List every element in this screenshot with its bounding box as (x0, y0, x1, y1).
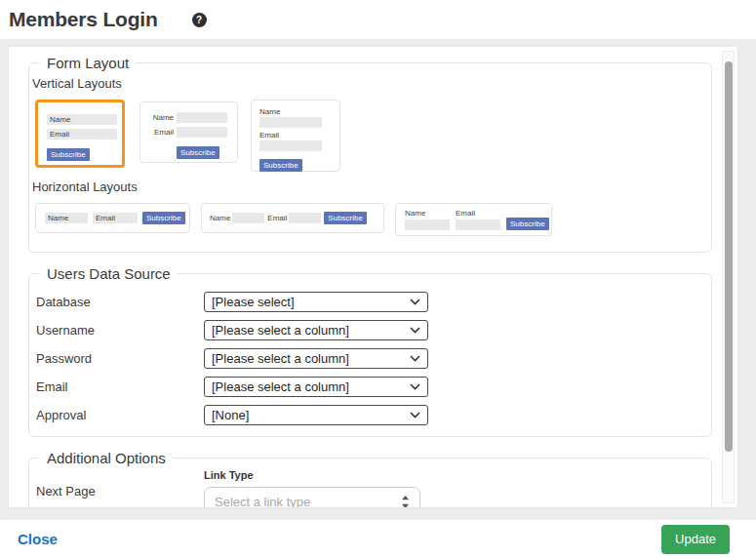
mini-name-field: Name (47, 114, 117, 125)
form-layout-legend: Form Layout (40, 55, 136, 71)
password-select-value: [Please select a column] (212, 351, 349, 366)
mini-email-field (177, 127, 227, 138)
horizontal-layouts-row: Name Email Subscribe Name Email Subscrib… (35, 203, 711, 236)
dialog-body: Form Layout Vertical Layouts Name Email … (0, 39, 756, 520)
mini-email-field: Email (93, 213, 138, 223)
approval-row: Approval [None] (36, 405, 711, 425)
username-label: Username (36, 323, 204, 338)
dialog-header: Members Login ? (0, 0, 756, 39)
update-button[interactable]: Update (661, 525, 730, 554)
database-select-value: [Please select] (212, 295, 295, 309)
next-page-label: Next Page (36, 469, 204, 508)
chevron-down-icon (410, 383, 420, 390)
email-row: Email [Please select a column] (36, 377, 711, 397)
vertical-layouts-label: Vertical Layouts (32, 76, 711, 91)
mini-email-label: Email (259, 131, 339, 140)
additional-options-legend: Additional Options (40, 450, 173, 466)
mini-subscribe-button: Subscribe (142, 212, 185, 224)
username-row: Username [Please select a column] (36, 320, 711, 340)
vertical-layouts-row: Name Email Subscribe Name Email (35, 100, 711, 172)
vertical-layout-option-1[interactable]: Name Email Subscribe (35, 100, 125, 168)
link-type-label: Link Type (204, 469, 420, 481)
database-label: Database (36, 295, 204, 309)
email-label: Email (36, 379, 204, 394)
username-select[interactable]: [Please select a column] (204, 320, 428, 340)
stepper-arrows-icon (401, 496, 410, 508)
mini-name-field (232, 213, 264, 223)
horizontal-layout-option-3[interactable]: Name Email Subscribe (395, 203, 552, 236)
approval-select-value: [None] (212, 408, 249, 422)
mini-email-field (259, 140, 322, 151)
help-icon[interactable]: ? (192, 13, 207, 27)
form-layout-section: Form Layout Vertical Layouts Name Email … (28, 55, 712, 253)
database-select[interactable]: [Please select] (204, 292, 428, 312)
chevron-down-icon (410, 327, 420, 334)
mini-name-label: Name (148, 113, 174, 122)
mini-subscribe-button: Subscribe (506, 218, 549, 230)
approval-select[interactable]: [None] (204, 405, 428, 425)
users-data-source-legend: Users Data Source (40, 265, 178, 282)
username-select-value: [Please select a column] (212, 323, 349, 338)
password-select[interactable]: [Please select a column] (204, 348, 428, 369)
mini-email-field: Email (47, 129, 117, 140)
mini-name-field (177, 112, 227, 123)
link-type-select[interactable]: Select a link type (204, 487, 420, 508)
mini-email-field (289, 213, 321, 223)
vertical-layout-option-3[interactable]: Name Email Subscribe (251, 100, 340, 172)
scrollbar-thumb[interactable] (725, 61, 733, 452)
email-select-value: [Please select a column] (212, 379, 349, 394)
password-label: Password (36, 351, 204, 366)
mini-subscribe-button: Subscribe (177, 146, 219, 159)
email-select[interactable]: [Please select a column] (204, 377, 428, 397)
approval-label: Approval (36, 408, 204, 422)
chevron-down-icon (410, 412, 420, 418)
close-button[interactable]: Close (18, 531, 58, 547)
mini-email-label: Email (456, 209, 500, 218)
mini-name-field (405, 219, 450, 230)
mini-name-label: Name (405, 209, 450, 218)
scrollbar-track[interactable] (722, 51, 735, 503)
mini-subscribe-button: Subscribe (259, 159, 302, 172)
horizontal-layout-option-1[interactable]: Name Email Subscribe (35, 203, 190, 233)
horizontal-layouts-label: Horizontal Layouts (32, 179, 711, 194)
mini-name-field: Name (45, 213, 88, 223)
password-row: Password [Please select a column] (36, 348, 711, 369)
mini-name-field (259, 117, 322, 128)
page-title: Members Login (9, 8, 158, 31)
users-data-source-section: Users Data Source Database [Please selec… (28, 265, 712, 437)
mini-subscribe-button: Subscribe (47, 148, 90, 161)
database-row: Database [Please select] (36, 292, 711, 312)
vertical-layout-option-2[interactable]: Name Email Subscribe (139, 101, 238, 163)
mini-email-field (456, 219, 500, 230)
additional-options-section: Additional Options Next Page Link Type S… (28, 450, 712, 508)
horizontal-layout-option-2[interactable]: Name Email Subscribe (201, 203, 384, 233)
dialog-footer: Close Update (0, 520, 756, 558)
chevron-down-icon (410, 355, 420, 362)
mini-email-label: Email (148, 128, 174, 137)
mini-name-label: Name (210, 214, 230, 222)
settings-panel: Form Layout Vertical Layouts Name Email … (8, 46, 738, 508)
link-type-select-value: Select a link type (215, 495, 310, 508)
mini-subscribe-button: Subscribe (324, 212, 367, 224)
mini-email-label: Email (267, 214, 287, 222)
mini-name-label: Name (259, 107, 339, 116)
chevron-down-icon (410, 299, 420, 305)
